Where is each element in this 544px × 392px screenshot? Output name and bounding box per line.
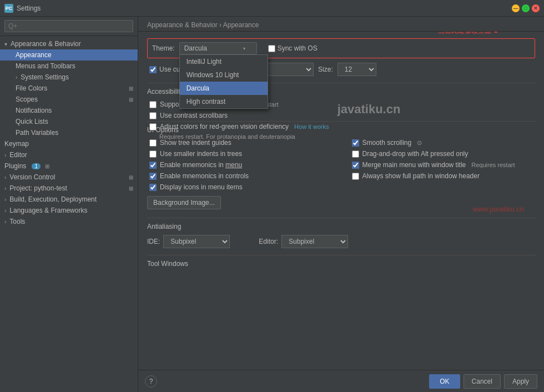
minimize-button[interactable]: — — [512, 4, 520, 12]
contrast-scrollbars-checkbox[interactable] — [149, 112, 157, 119]
full-path-label: Always show full path in window header — [362, 172, 480, 180]
ui-options-columns: Show tree indent guides Use smaller inde… — [147, 137, 535, 209]
chevron-right-icon: › — [4, 185, 6, 192]
content-area: Appearance & Behavior › Appearance Theme… — [138, 17, 544, 392]
ide-aa-item: IDE: Subpixel Grayscale None — [147, 235, 230, 248]
smaller-indents-label: Use smaller indents in trees — [160, 150, 242, 158]
sidebar-item-languages[interactable]: › Languages & Frameworks — [0, 205, 138, 216]
breadcrumb: Appearance & Behavior › Appearance — [138, 17, 544, 32]
sidebar-item-build[interactable]: › Build, Execution, Deployment — [0, 194, 138, 205]
annotation-text: 点击此处修改主题 ↙ — [438, 32, 501, 36]
smooth-scrolling-label: Smooth scrolling — [362, 139, 412, 147]
sidebar-item-notifications[interactable]: Notifications — [0, 105, 138, 116]
sidebar-item-menus-toolbars[interactable]: Menus and Toolbars — [0, 61, 138, 72]
display-icons-checkbox[interactable] — [149, 184, 157, 191]
sidebar-item-scopes[interactable]: Scopes ⊞ — [0, 94, 138, 105]
sidebar-item-label: Appearance & Behavior — [11, 40, 81, 48]
sidebar-item-label: Notifications — [16, 107, 52, 114]
smaller-indents-checkbox[interactable] — [149, 150, 157, 158]
action-buttons: OK Cancel Apply — [429, 374, 537, 389]
sidebar-item-label: Languages & Frameworks — [9, 207, 87, 214]
theme-option-windows10-light[interactable]: Windows 10 Light — [180, 68, 268, 82]
sidebar-item-label: Quick Lists — [16, 118, 48, 125]
antialiasing-header: Antialiasing — [147, 223, 535, 230]
sidebar-item-quick-lists[interactable]: Quick Lists — [0, 116, 138, 127]
ok-button[interactable]: OK — [429, 374, 460, 389]
drag-drop-checkbox[interactable] — [352, 150, 359, 158]
mnemonics-menu-checkbox[interactable] — [149, 162, 157, 169]
ide-aa-select[interactable]: Subpixel Grayscale None — [163, 235, 230, 248]
theme-section: Theme: Darcula ▾ IntelliJ Light Windows … — [147, 38, 535, 76]
sidebar-item-appearance[interactable]: Appearance — [0, 49, 138, 61]
sidebar-item-path-variables[interactable]: Path Variables — [0, 127, 138, 138]
theme-option-intellij-light[interactable]: IntelliJ Light — [180, 55, 268, 68]
ui-options-col2: Smooth scrolling ⊙ Drag-and-drop with Al… — [350, 137, 536, 209]
editor-aa-select[interactable]: Subpixel Grayscale None — [281, 235, 348, 248]
sidebar-item-project[interactable]: › Project: python-test ⊞ — [0, 183, 138, 194]
main-layout: ▾ Appearance & Behavior Appearance Menus… — [0, 17, 544, 392]
sidebar-item-label: System Settings — [21, 73, 69, 81]
smooth-scrolling-checkbox[interactable] — [352, 139, 359, 147]
theme-dropdown[interactable]: Darcula ▾ IntelliJ Light Windows 10 Ligh… — [179, 42, 257, 54]
use-custom-font-checkbox[interactable] — [149, 66, 157, 73]
sidebar-item-plugins[interactable]: Plugins 1 ⊞ — [0, 160, 138, 172]
sidebar-item-label: Tools — [9, 218, 25, 225]
theme-option-darcula[interactable]: Darcula — [180, 82, 268, 95]
color-adjust-row: Adjust colors for red-green vision defic… — [147, 121, 535, 132]
theme-dropdown-button[interactable]: Darcula ▾ — [179, 42, 257, 54]
chevron-right-icon: › — [4, 208, 6, 214]
how-it-works-link[interactable]: How it works — [294, 123, 329, 130]
theme-option-high-contrast[interactable]: High contrast — [180, 95, 268, 108]
contrast-scrollbars-label: Use contrast scrollbars — [160, 112, 228, 119]
window-controls: — □ ✕ — [512, 4, 540, 12]
theme-dropdown-menu: IntelliJ Light Windows 10 Light Darcula … — [179, 54, 268, 109]
sidebar-item-file-colors[interactable]: File Colors ⊞ — [0, 83, 138, 94]
font-size-select[interactable]: 12 10 11 13 14 — [338, 63, 376, 76]
background-image-button[interactable]: Background Image... — [147, 196, 221, 209]
divider-4 — [147, 255, 535, 255]
adjust-note: Requires restart. For protanopia and deu… — [147, 133, 535, 140]
display-icons-row: Display icons in menu items — [147, 182, 333, 193]
sidebar-item-label: Path Variables — [16, 129, 58, 137]
editor-aa-label: Editor: — [259, 238, 278, 245]
full-path-checkbox[interactable] — [352, 173, 359, 180]
theme-label: Theme: — [152, 44, 175, 52]
theme-current-value: Darcula — [184, 44, 207, 52]
antialiasing-section: Antialiasing IDE: Subpixel Grayscale Non… — [147, 223, 535, 248]
plugins-settings-icon: ⊞ — [45, 163, 49, 169]
divider-3 — [147, 218, 535, 218]
sync-with-os-checkbox[interactable] — [268, 45, 275, 52]
tree-indent-checkbox[interactable] — [149, 139, 157, 147]
theme-row: Theme: Darcula ▾ IntelliJ Light Windows … — [147, 38, 535, 58]
sidebar-item-version-control[interactable]: › Version Control ⊞ — [0, 172, 138, 183]
full-path-row: Always show full path in window header — [350, 170, 536, 182]
smooth-scrolling-help-icon[interactable]: ⊙ — [417, 139, 422, 147]
chevron-down-icon: ▾ — [4, 41, 7, 47]
display-icons-label: Display icons in menu items — [160, 183, 243, 191]
merge-menu-checkbox[interactable] — [352, 162, 359, 169]
search-input[interactable] — [4, 20, 133, 32]
cancel-button[interactable]: Cancel — [464, 374, 501, 389]
settings-content: Theme: Darcula ▾ IntelliJ Light Windows … — [138, 32, 544, 370]
sidebar-item-tools[interactable]: › Tools — [0, 216, 138, 227]
sidebar-item-label: File Colors — [16, 84, 47, 92]
chevron-down-icon: ▾ — [243, 46, 245, 51]
sidebar-item-keymap[interactable]: Keymap — [0, 138, 138, 149]
apply-button[interactable]: Apply — [504, 374, 537, 389]
sidebar-item-appearance-behavior[interactable]: ▾ Appearance & Behavior — [0, 38, 138, 49]
merge-menu-label: Merge main menu with window title — [362, 161, 466, 169]
sidebar-item-editor[interactable]: › Editor — [0, 149, 138, 160]
maximize-button[interactable]: □ — [522, 4, 530, 12]
mnemonics-menu-label: Enable mnemonics in menu — [160, 161, 242, 169]
plugins-badge: 1 — [32, 163, 41, 169]
close-button[interactable]: ✕ — [532, 4, 540, 12]
search-box — [0, 17, 138, 36]
mnemonics-controls-checkbox[interactable] — [149, 173, 157, 180]
sidebar-item-label: Menus and Toolbars — [16, 62, 75, 70]
help-button[interactable]: ? — [145, 375, 157, 388]
sidebar-item-label: Version Control — [9, 173, 55, 181]
screen-readers-checkbox[interactable] — [149, 101, 157, 108]
color-adjust-checkbox[interactable] — [149, 123, 157, 130]
antialiasing-row: IDE: Subpixel Grayscale None Editor: Sub… — [147, 235, 535, 248]
sidebar-item-system-settings[interactable]: › System Settings — [0, 72, 138, 83]
